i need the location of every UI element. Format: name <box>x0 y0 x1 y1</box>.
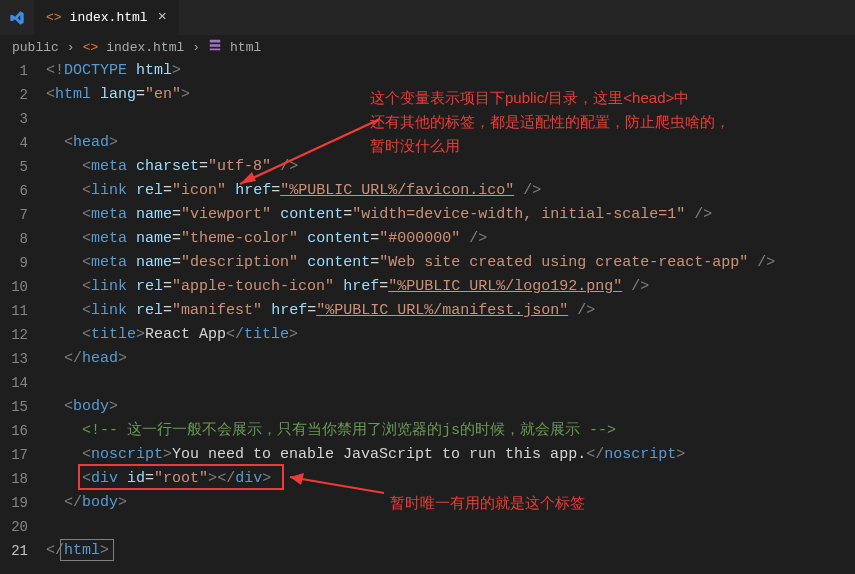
line-number-gutter: 1234 5678 9101112 13141516 17181920 21 <box>0 59 46 574</box>
breadcrumb-file[interactable]: index.html <box>106 40 184 55</box>
title-bar: <> index.html × <box>0 0 855 35</box>
code-editor[interactable]: 1234 5678 9101112 13141516 17181920 21 <… <box>0 59 855 574</box>
html-file-icon: <> <box>46 10 62 25</box>
breadcrumbs[interactable]: public › <> index.html › html <box>0 35 855 59</box>
code-content[interactable]: <!DOCTYPE html><html lang="en"> <head> <… <box>46 59 855 574</box>
breadcrumb-folder[interactable]: public <box>12 40 59 55</box>
tab-filename: index.html <box>70 10 148 25</box>
tab-index-html[interactable]: <> index.html × <box>34 0 180 35</box>
chevron-right-icon: › <box>192 40 200 55</box>
vscode-logo <box>0 0 34 35</box>
close-icon[interactable]: × <box>156 9 169 26</box>
symbol-icon <box>208 38 222 56</box>
chevron-right-icon: › <box>67 40 75 55</box>
breadcrumb-symbol[interactable]: html <box>230 40 261 55</box>
minimap[interactable] <box>841 59 855 574</box>
html-file-icon: <> <box>83 40 99 55</box>
